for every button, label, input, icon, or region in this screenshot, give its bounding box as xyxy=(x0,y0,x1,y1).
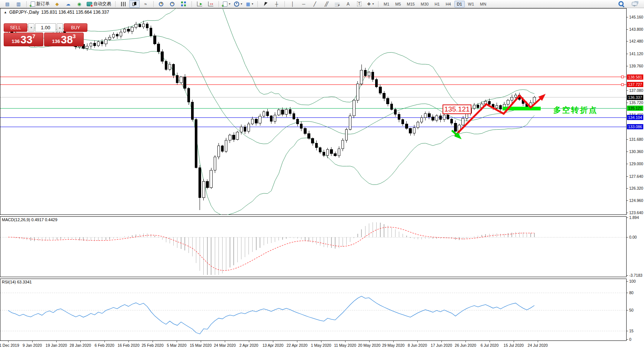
axis-tick xyxy=(627,217,628,218)
trendline-button[interactable]: ╱ xyxy=(310,0,320,8)
date-tick xyxy=(201,341,201,342)
axis-tick xyxy=(627,54,628,54)
price-line-badge: 138.581 xyxy=(627,74,643,80)
dropdown-caret-icon[interactable]: ▾ xyxy=(252,2,253,6)
price-axis: 145.160143.800142.480141.120139.760137.0… xyxy=(627,0,644,349)
timeframe-m1-button[interactable]: M1 xyxy=(381,1,392,7)
crosshair-button[interactable]: ┼ xyxy=(271,0,282,8)
timeframe-mn-button[interactable]: MN xyxy=(477,1,489,7)
volume-input[interactable] xyxy=(35,23,56,32)
community-icon[interactable]: ☁ xyxy=(63,0,73,8)
axis-tick-label: 145.160 xyxy=(629,15,643,19)
axis-tick-label: 126.320 xyxy=(629,186,643,190)
axis-tick-label: 100 xyxy=(629,279,636,283)
macd-panel-chart[interactable] xyxy=(0,216,627,277)
sell-button[interactable]: SELL xyxy=(4,23,27,32)
collapse-one-click-icon[interactable]: ▲ xyxy=(4,10,7,14)
signals-icon[interactable]: ◉ xyxy=(74,0,84,8)
date-tick xyxy=(249,341,249,342)
zoom-in-button[interactable] xyxy=(156,0,167,8)
date-tick xyxy=(297,341,297,342)
date-label: 17 Jun 2020 xyxy=(431,343,452,348)
axis-tick-label: 130.360 xyxy=(629,149,643,154)
date-axis: 31 Dec 20199 Jan 202019 Jan 202028 Jan 2… xyxy=(0,341,627,349)
buy-price[interactable]: 136 38 3 xyxy=(44,33,84,46)
volume-increase-button[interactable]: ▲ xyxy=(57,23,63,32)
one-click-trading-panel: SELL ▼ ▲ BUY 136 33 7 136 38 3 xyxy=(4,23,84,46)
zoom-out-button[interactable] xyxy=(167,0,178,8)
axis-tick xyxy=(627,310,628,310)
volume-decrease-button[interactable]: ▼ xyxy=(28,23,34,32)
cursor-button[interactable] xyxy=(260,0,271,8)
timeframe-w1-button[interactable]: W1 xyxy=(466,1,477,7)
date-tick xyxy=(129,341,129,342)
search-button[interactable] xyxy=(616,0,626,8)
community-icon-icon: ☁ xyxy=(66,2,70,6)
date-label: 25 Feb 2020 xyxy=(142,343,164,348)
axis-tick-label: 139.760 xyxy=(629,64,643,68)
profiles-button[interactable]: ▾ xyxy=(233,0,244,8)
fibonacci-button[interactable] xyxy=(332,0,342,8)
data-window-icon[interactable]: ▥ xyxy=(13,0,24,8)
autotrading-button[interactable]: 自动交易 xyxy=(85,0,113,8)
date-label: 28 Jan 2020 xyxy=(70,343,91,348)
timeframe-h1-button[interactable]: H1 xyxy=(432,1,442,7)
date-tick xyxy=(104,341,105,342)
vertical-line-icon: │ xyxy=(291,2,294,6)
candlestick-chart-button[interactable] xyxy=(129,0,140,8)
autotrading-icon xyxy=(87,2,92,6)
timeframe-d1-button[interactable]: D1 xyxy=(454,1,465,7)
label-button[interactable]: T xyxy=(354,0,364,8)
main-price-chart[interactable] xyxy=(0,8,627,215)
macd-indicator-label: MACD(12,26,9) 0.4917 0.4429 xyxy=(2,217,57,222)
axis-tick xyxy=(627,176,628,177)
rsi-panel-chart[interactable] xyxy=(0,279,627,341)
timeframe-m5-button[interactable]: M5 xyxy=(393,1,403,7)
horizontal-line-icon: ─ xyxy=(302,2,306,6)
sell-price-prefix: 136 xyxy=(12,39,20,44)
date-label: 20 May 2020 xyxy=(358,343,381,348)
horizontal-line-button[interactable]: ─ xyxy=(298,0,309,8)
support-price-label[interactable]: 135.121 xyxy=(443,104,471,114)
text-button[interactable]: A xyxy=(343,0,353,8)
buy-button[interactable]: BUY xyxy=(64,23,87,32)
buy-price-sup: 3 xyxy=(73,33,76,39)
zoom-out-icon xyxy=(170,1,175,6)
dropdown-caret-icon[interactable]: ▾ xyxy=(229,2,230,6)
templates-button[interactable]: ▩▾ xyxy=(244,0,255,8)
chart-symbol-period: GBPJPY-,Daily xyxy=(9,10,39,15)
chart-title: ▲ GBPJPY-,Daily 135.831 136.451 135.664 … xyxy=(4,10,109,15)
timeframe-h4-button[interactable]: H4 xyxy=(443,1,453,7)
new-chart-button[interactable]: ▾ xyxy=(221,0,232,8)
arrows-button[interactable]: ❖▾ xyxy=(365,0,376,8)
date-label: 2 Apr 2020 xyxy=(240,343,258,348)
axis-tick-label: 127.640 xyxy=(629,174,643,179)
turning-point-annotation[interactable]: 多空转折点 xyxy=(553,105,598,115)
new-order-icon xyxy=(31,1,35,7)
market-watch-icon[interactable]: ▤ xyxy=(2,0,13,8)
sell-price[interactable]: 136 33 7 xyxy=(4,33,43,46)
channel-button[interactable]: ╱ xyxy=(321,0,331,8)
timeframe-m15-button[interactable]: M15 xyxy=(404,1,417,7)
new-order-button[interactable]: 新订单 xyxy=(29,0,51,8)
dropdown-caret-icon[interactable]: ▾ xyxy=(372,2,374,6)
chart-shift-button[interactable] xyxy=(206,0,216,8)
fibonacci-icon xyxy=(335,2,340,6)
signals-icon-icon: ◉ xyxy=(77,2,81,6)
date-label: 29 May 2020 xyxy=(382,343,405,348)
rsi-indicator-label: RSI(14) 63.3341 xyxy=(2,280,32,284)
axis-tick xyxy=(627,188,628,189)
bar-chart-button[interactable] xyxy=(118,0,129,8)
axis-tick xyxy=(627,139,628,140)
toolbox-icon[interactable]: ◆ xyxy=(52,0,62,8)
price-line-badge: 136.337 xyxy=(627,95,643,100)
tile-windows-button[interactable] xyxy=(178,0,189,8)
auto-scroll-button[interactable] xyxy=(194,0,205,8)
timeframe-m30-button[interactable]: M30 xyxy=(418,1,431,7)
line-chart-button[interactable]: ≈ xyxy=(140,0,151,8)
sell-price-sup: 7 xyxy=(33,33,36,39)
date-tick xyxy=(490,341,490,342)
dropdown-caret-icon[interactable]: ▾ xyxy=(241,2,242,6)
vertical-line-button[interactable]: │ xyxy=(287,0,298,8)
new-order-button-label: 新订单 xyxy=(36,1,50,7)
